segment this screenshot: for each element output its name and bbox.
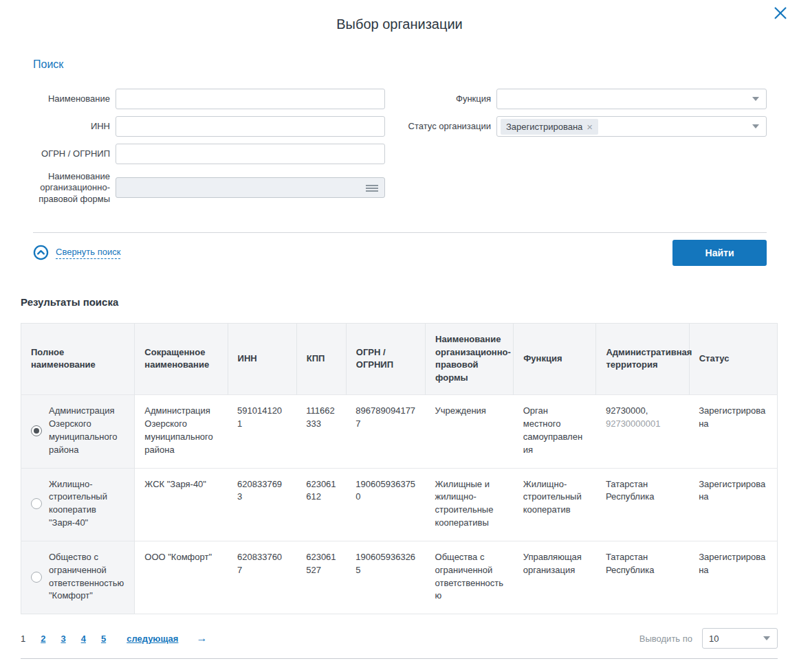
function-cell: Управляющая организация: [514, 541, 596, 614]
results-heading: Результаты поиска: [21, 296, 778, 308]
territory-cell: Татарстан Республика: [596, 541, 689, 614]
row-radio[interactable]: [31, 425, 42, 436]
col-ogrn: ОГРН / ОГРНИП: [346, 323, 425, 394]
territory-cell: 92730000, 92730000001: [596, 395, 689, 468]
next-page-arrow-icon[interactable]: →: [196, 632, 207, 645]
col-inn: ИНН: [228, 323, 296, 394]
chevron-down-icon: [752, 97, 759, 101]
row-radio[interactable]: [31, 572, 42, 583]
inn-label: ИНН: [33, 121, 116, 132]
inn-cell: 6208337693: [228, 468, 296, 541]
function-select[interactable]: [496, 89, 767, 109]
table-row[interactable]: Общество с ограниченной ответственностью…: [21, 541, 778, 614]
inn-input[interactable]: [116, 116, 385, 137]
chip-remove-icon[interactable]: ×: [587, 122, 593, 132]
col-full-name: Полное наименование: [21, 323, 135, 394]
ogrn-cell: 1906059363750: [346, 468, 425, 541]
collapse-circle-icon: [33, 245, 49, 260]
search-form: Наименование ИНН ОГРН / ОГРНИП Наименова…: [33, 89, 767, 212]
bottom-divider: [21, 658, 778, 659]
opf-cell: Учреждения: [426, 395, 514, 468]
inn-cell: 5910141201: [228, 395, 296, 468]
opf-cell: Общества с ограниченной ответственностью: [426, 541, 514, 614]
territory-primary: 92730000,: [606, 405, 648, 416]
collapse-search-label: Свернуть поиск: [56, 247, 120, 259]
kpp-cell: 623061612: [296, 468, 346, 541]
page-link-5[interactable]: 5: [101, 634, 106, 644]
short-name-cell: ЖСК "Заря-40": [135, 468, 228, 541]
per-page-value: 10: [706, 634, 719, 644]
opf-label: Наименование организационно-правовой фор…: [33, 171, 116, 205]
col-territory: Административная территория: [596, 323, 689, 394]
short-name-cell: Администрация Озерского муниципального р…: [135, 395, 228, 468]
pagination: 1 2 3 4 5 следующая → Выводить по 10: [21, 628, 778, 649]
ogrn-input[interactable]: [116, 144, 385, 164]
results-table: Полное наименование Сокращенное наименов…: [21, 323, 778, 615]
kpp-cell: 623061527: [296, 541, 346, 614]
ogrn-label: ОГРН / ОГРНИП: [33, 148, 116, 159]
function-label: Функция: [404, 93, 496, 104]
search-heading: Поиск: [33, 58, 767, 71]
results-panel: Результаты поиска Полное наименование Со…: [21, 296, 778, 660]
inn-cell: 6208337607: [228, 541, 296, 614]
org-status-label: Статус организации: [404, 121, 496, 132]
org-status-select[interactable]: Зарегистрирована ×: [496, 116, 767, 137]
status-chip-label: Зарегистрирована: [506, 122, 582, 132]
per-page-select[interactable]: 10: [702, 628, 778, 649]
row-radio[interactable]: [31, 498, 42, 509]
kpp-cell: 111662333: [296, 395, 346, 468]
table-row[interactable]: Жилищно-строительный кооператив "Заря-40…: [21, 468, 778, 541]
ogrn-cell: 1906059363265: [346, 541, 425, 614]
status-cell: Зарегистрирована: [689, 468, 777, 541]
col-short-name: Сокращенное наименование: [135, 323, 228, 394]
page-link-4[interactable]: 4: [81, 634, 86, 644]
col-opf: Наименование организационно-правовой фор…: [426, 323, 514, 394]
name-label: Наименование: [33, 93, 116, 104]
status-cell: Зарегистрирована: [689, 541, 777, 614]
col-status: Статус: [689, 323, 777, 394]
search-divider: [33, 232, 767, 233]
table-row[interactable]: Администрация Озерского муниципального р…: [21, 395, 778, 468]
full-name-cell: Жилищно-строительный кооператив "Заря-40…: [49, 478, 124, 530]
col-kpp: КПП: [296, 323, 346, 394]
full-name-cell: Общество с ограниченной ответственностью…: [49, 551, 124, 603]
find-button[interactable]: Найти: [672, 240, 767, 266]
collapse-search-link[interactable]: Свернуть поиск: [33, 245, 120, 260]
page-link-3[interactable]: 3: [61, 634, 65, 644]
table-header-row: Полное наименование Сокращенное наименов…: [21, 323, 778, 394]
territory-secondary: 92730000001: [606, 418, 679, 431]
organization-select-dialog: Выбор организации Поиск Наименование ИНН…: [0, 0, 799, 672]
territory-cell: Татарстан Республика: [596, 468, 689, 541]
ogrn-cell: 8967890941777: [346, 395, 425, 468]
page-title: Выбор организации: [0, 16, 799, 32]
list-picker-icon[interactable]: [366, 183, 378, 193]
page-current: 1: [21, 634, 25, 644]
function-cell: Орган местного самоуправления: [514, 395, 596, 468]
name-input[interactable]: [116, 89, 385, 109]
status-cell: Зарегистрирована: [689, 395, 777, 468]
close-icon[interactable]: [770, 3, 791, 23]
chevron-down-icon: [763, 636, 770, 640]
search-panel: Поиск Наименование ИНН ОГРН / ОГРНИП Наи…: [33, 58, 767, 266]
next-page-link[interactable]: следующая: [127, 634, 178, 644]
function-cell: Жилищно-строительный кооператив: [514, 468, 596, 541]
chevron-down-icon: [752, 124, 759, 128]
short-name-cell: ООО "Комфорт": [135, 541, 228, 614]
col-function: Функция: [514, 323, 596, 394]
opf-picker-field[interactable]: [116, 177, 385, 198]
full-name-cell: Администрация Озерского муниципального р…: [49, 405, 124, 456]
page-link-2[interactable]: 2: [41, 634, 45, 644]
opf-cell: Жилищные и жилищно-строительные кооперат…: [426, 468, 514, 541]
status-chip: Зарегистрирована ×: [501, 119, 598, 135]
per-page-label: Выводить по: [639, 634, 692, 644]
